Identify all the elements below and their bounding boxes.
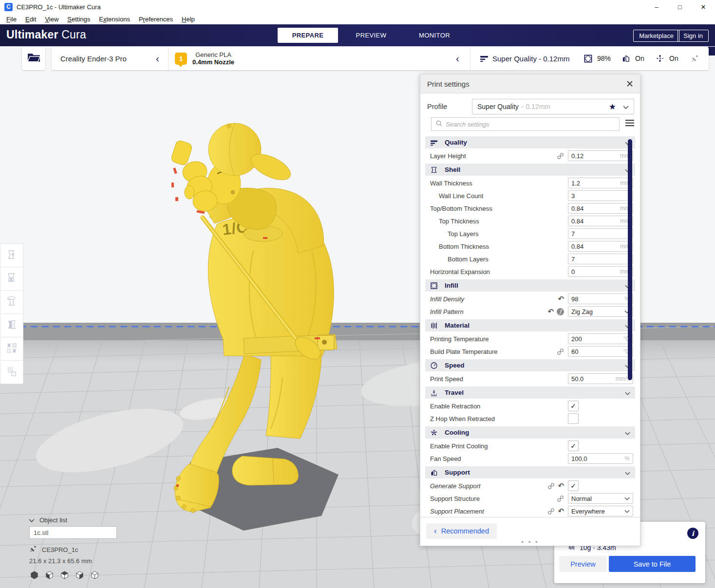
favorite-star-icon[interactable]: ★	[609, 102, 616, 112]
top-thickness-input[interactable]: 0.84mm	[568, 216, 633, 226]
z-hop-when-retracted-checkbox[interactable]	[568, 413, 579, 424]
top-layers-input[interactable]: 7	[568, 228, 633, 239]
section-speed[interactable]: Speed	[425, 359, 635, 371]
section-material[interactable]: Material	[425, 319, 635, 331]
preview-button[interactable]: Preview	[559, 556, 607, 572]
search-icon	[435, 120, 443, 129]
section-quality[interactable]: Quality	[425, 136, 635, 148]
view-3d-icon[interactable]	[29, 570, 39, 580]
print-settings-header: Print settings	[420, 74, 640, 93]
recommended-mode-button[interactable]: ‹ Recommended	[426, 523, 497, 539]
material-collapse-chevron[interactable]: ‹	[456, 47, 459, 70]
open-file-button[interactable]	[22, 47, 45, 70]
material-selector[interactable]: Generic PLA 0.4mm Nozzle	[192, 47, 234, 70]
revert-icon[interactable]: ↶	[558, 482, 564, 489]
rotate-tool[interactable]	[0, 291, 23, 314]
printer-selector[interactable]: Creality Ender-3 Pro	[60, 47, 127, 70]
printer-collapse-chevron[interactable]: ‹	[156, 47, 159, 70]
cura-app-icon: C	[4, 3, 13, 11]
tab-preview[interactable]: PREVIEW	[341, 28, 401, 43]
section-shell[interactable]: Shell	[425, 164, 635, 176]
move-tool[interactable]	[0, 243, 23, 267]
edit-settings-pencil-icon[interactable]	[691, 47, 699, 70]
close-button[interactable]: ✕	[692, 0, 715, 14]
object-list-item[interactable]: 1c.stl	[29, 526, 117, 539]
view-top-icon[interactable]	[59, 570, 70, 580]
setting-bottom-thickness: Bottom Thickness0.84mm	[425, 240, 635, 253]
revert-icon[interactable]: ↶	[558, 508, 564, 514]
support-summary: On	[635, 47, 644, 70]
profile-summary[interactable]: Super Quality - 0.12mm	[492, 47, 569, 70]
scale-tool[interactable]	[0, 267, 23, 291]
chevron-down-icon	[625, 428, 630, 437]
adhesion-summary: On	[669, 47, 678, 70]
settings-list: QualityLayer Height0.12mmShellWall Thick…	[425, 135, 635, 516]
infill-pattern-dropdown[interactable]: Zig Zag	[568, 306, 633, 317]
maximize-button[interactable]: □	[668, 0, 692, 14]
view-left-icon[interactable]	[75, 570, 85, 580]
job-name-row[interactable]: CE3PRO_1c	[29, 545, 78, 554]
view-right-icon[interactable]	[90, 570, 100, 580]
enable-retraction-checkbox[interactable]: ✓	[568, 401, 579, 411]
menu-view[interactable]: View	[40, 16, 63, 23]
revert-icon[interactable]: ↶	[558, 295, 564, 302]
menu-settings[interactable]: Settings	[63, 16, 94, 23]
support-blocker-tool[interactable]	[0, 361, 23, 384]
settings-menu-icon[interactable]	[625, 120, 634, 129]
panel-resize-handle[interactable]: • • •	[522, 538, 539, 546]
extruder-badge-icon: 1	[175, 47, 187, 70]
settings-scrollbar[interactable]	[628, 139, 632, 380]
enable-print-cooling-checkbox[interactable]: ✓	[568, 441, 579, 451]
section-cooling[interactable]: Cooling	[425, 426, 635, 439]
tab-prepare[interactable]: PREPARE	[278, 28, 338, 43]
tab-monitor[interactable]: MONITOR	[404, 28, 465, 43]
panel-footer: ‹ Recommended • • •	[420, 517, 640, 546]
print-speed-input[interactable]: 50.0mm/s	[568, 373, 633, 384]
marketplace-button[interactable]: Marketplace	[633, 30, 679, 42]
top-bottom-thickness-input[interactable]: 0.84mm	[568, 203, 633, 214]
search-input[interactable]: Search settings	[431, 117, 620, 131]
mirror-tool[interactable]	[0, 314, 23, 337]
section-infill[interactable]: Infill	[425, 279, 635, 292]
per-model-settings-tool[interactable]	[0, 337, 23, 361]
layer-height-input[interactable]: 0.12mm	[568, 150, 633, 161]
search-row: Search settings	[431, 117, 634, 131]
minimize-button[interactable]: –	[645, 0, 668, 14]
generate-support-checkbox[interactable]: ✓	[568, 480, 579, 491]
menu-file[interactable]: File	[2, 16, 21, 23]
infill-icon	[430, 282, 439, 290]
printing-temperature-input[interactable]: 200°C	[568, 333, 633, 344]
support-structure-dropdown[interactable]: Normal	[568, 493, 633, 504]
fx-icon[interactable]: ƒ	[557, 308, 564, 315]
close-icon[interactable]	[626, 80, 633, 87]
support-placement-dropdown[interactable]: Everywhere	[568, 506, 633, 516]
bottom-thickness-input[interactable]: 0.84mm	[568, 241, 633, 252]
horizontal-expansion-input[interactable]: 0mm	[568, 266, 633, 277]
info-icon[interactable]: i	[687, 528, 698, 539]
view-front-icon[interactable]	[44, 570, 55, 580]
chevron-left-icon: ‹	[434, 527, 437, 535]
setting-generate-support: Generate Support↶✓	[425, 479, 635, 492]
setting-top-layers: Top Layers7	[425, 227, 635, 240]
revert-icon[interactable]: ↶	[547, 308, 554, 315]
fan-speed-input[interactable]: 100.0%	[568, 453, 633, 464]
wall-thickness-input[interactable]: 1.2mm	[568, 178, 633, 188]
section-travel[interactable]: Travel	[425, 386, 635, 399]
wall-line-count-input[interactable]: 3	[568, 190, 633, 201]
sign-in-button[interactable]: Sign in	[677, 30, 709, 42]
setting-wall-thickness: Wall Thickness1.2mm	[425, 177, 635, 189]
menu-preferences[interactable]: Preferences	[134, 16, 177, 23]
infill-density-input[interactable]: 98%	[568, 294, 633, 304]
menu-extensions[interactable]: Extensions	[94, 16, 134, 23]
save-to-file-button[interactable]: Save to File	[609, 556, 696, 572]
material-icon	[430, 322, 439, 330]
ultimaker-cura-logo: Ultimaker Cura	[6, 28, 86, 41]
bottom-layers-input[interactable]: 7	[568, 254, 633, 264]
profile-dropdown[interactable]: Super Quality - 0.12mm ★	[472, 99, 634, 114]
object-list-toggle[interactable]: Object list	[29, 516, 67, 524]
build-plate-temperature-input[interactable]: 60°C	[568, 346, 633, 357]
menu-help[interactable]: Help	[177, 16, 199, 23]
section-support[interactable]: Support	[425, 466, 635, 478]
menu-edit[interactable]: Edit	[21, 16, 40, 23]
divider	[168, 47, 169, 70]
